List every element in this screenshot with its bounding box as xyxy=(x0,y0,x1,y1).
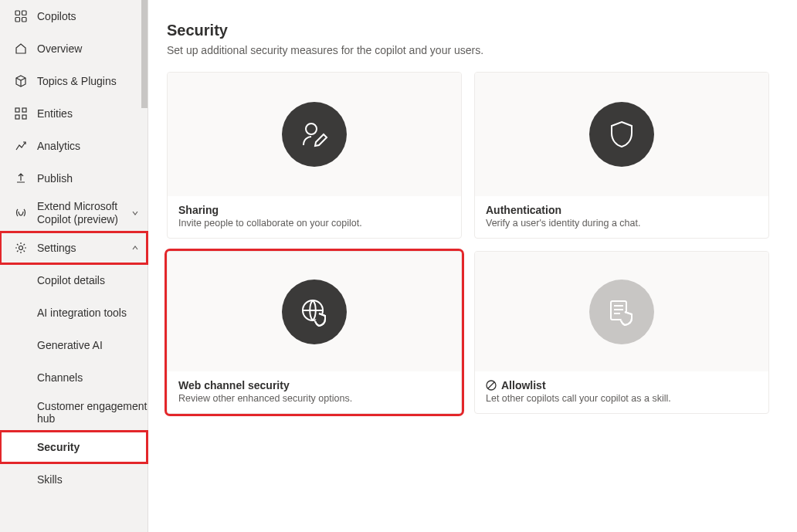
nav-extend-copilot[interactable]: Extend Microsoft Copilot (preview) xyxy=(0,195,148,232)
nav-settings-customer-hub[interactable]: Customer engagement hub xyxy=(0,394,148,431)
home-icon xyxy=(14,42,28,56)
card-title-text: Allowlist xyxy=(501,379,546,391)
svg-rect-4 xyxy=(15,108,19,112)
nav-settings-ai-integration[interactable]: AI integration tools xyxy=(0,296,148,329)
page-title: Security xyxy=(167,22,778,39)
nav-sub-label: AI integration tools xyxy=(37,307,127,319)
card-body: Allowlist Let other copilots call your c… xyxy=(475,371,768,413)
entities-icon xyxy=(14,107,28,120)
globe-shield-icon xyxy=(282,280,347,344)
nav-topics-plugins[interactable]: Topics & Plugins xyxy=(0,65,148,97)
nav-label: Settings xyxy=(37,242,121,255)
security-card-grid: Sharing Invite people to collaborate on … xyxy=(167,72,769,414)
card-desc: Invite people to collaborate on your cop… xyxy=(178,218,450,229)
grid-icon xyxy=(14,9,28,23)
nav-sub-label: Customer engagement hub xyxy=(37,400,148,425)
gear-icon xyxy=(14,241,28,255)
nav-label: Analytics xyxy=(37,140,140,153)
nav-sub-label: Security xyxy=(37,441,80,453)
card-illustration xyxy=(475,252,768,371)
chevron-down-icon xyxy=(131,208,140,218)
nav-label: Publish xyxy=(37,172,140,185)
nav-copilots[interactable]: Copilots xyxy=(0,0,148,32)
nav-entities[interactable]: Entities xyxy=(0,97,148,130)
nav-settings-copilot-details[interactable]: Copilot details xyxy=(0,264,148,296)
sidebar: Copilots Overview Topics & Plugins Entit… xyxy=(0,0,148,532)
publish-icon xyxy=(14,171,28,185)
card-illustration xyxy=(168,252,461,371)
card-title: Allowlist xyxy=(486,379,758,391)
card-allowlist[interactable]: Allowlist Let other copilots call your c… xyxy=(474,251,769,414)
card-body: Authentication Verify a user's identity … xyxy=(475,196,768,238)
blocked-icon xyxy=(486,380,497,391)
svg-rect-6 xyxy=(15,115,19,119)
shield-icon xyxy=(589,102,654,167)
svg-rect-5 xyxy=(22,108,26,112)
box-icon xyxy=(14,74,28,88)
nav-settings-channels[interactable]: Channels xyxy=(0,361,148,394)
svg-rect-1 xyxy=(22,11,27,15)
list-shield-icon xyxy=(589,280,654,344)
card-illustration xyxy=(475,73,768,196)
nav-sub-label: Generative AI xyxy=(37,339,103,351)
card-desc: Review other enhanced security options. xyxy=(178,393,450,404)
svg-point-9 xyxy=(306,124,317,134)
chart-icon xyxy=(14,139,28,153)
nav-label: Extend Microsoft Copilot (preview) xyxy=(37,200,121,226)
card-title: Sharing xyxy=(178,204,450,216)
card-body: Web channel security Review other enhanc… xyxy=(168,371,461,413)
nav-sub-label: Channels xyxy=(37,371,83,384)
nav-settings-generative-ai[interactable]: Generative AI xyxy=(0,329,148,361)
nav-overview[interactable]: Overview xyxy=(0,32,148,65)
nav-label: Topics & Plugins xyxy=(37,75,140,88)
nav-analytics[interactable]: Analytics xyxy=(0,130,148,162)
person-edit-icon xyxy=(282,102,347,167)
svg-rect-7 xyxy=(22,115,26,119)
nav-sub-label: Copilot details xyxy=(37,274,105,286)
card-web-channel-security[interactable]: Web channel security Review other enhanc… xyxy=(167,251,462,414)
nav-label: Overview xyxy=(37,42,140,56)
svg-rect-2 xyxy=(15,18,20,22)
card-authentication[interactable]: Authentication Verify a user's identity … xyxy=(474,72,769,239)
card-title: Authentication xyxy=(486,204,758,216)
svg-rect-0 xyxy=(15,11,20,15)
card-illustration xyxy=(168,73,461,196)
card-desc: Let other copilots call your copilot as … xyxy=(486,393,758,404)
nav-label: Entities xyxy=(37,107,140,120)
nav-settings-skills[interactable]: Skills xyxy=(0,463,148,496)
card-sharing[interactable]: Sharing Invite people to collaborate on … xyxy=(167,72,462,239)
main-content: Security Set up additional security meas… xyxy=(148,0,797,532)
card-body: Sharing Invite people to collaborate on … xyxy=(168,196,461,238)
nav-sub-label: Skills xyxy=(37,473,63,486)
nav-settings-security[interactable]: Security xyxy=(0,431,148,463)
nav-publish[interactable]: Publish xyxy=(0,162,148,195)
svg-point-8 xyxy=(19,246,23,250)
chevron-up-icon xyxy=(131,243,140,252)
svg-rect-3 xyxy=(22,18,27,22)
page-subtitle: Set up additional security measures for … xyxy=(167,44,778,56)
card-desc: Verify a user's identity during a chat. xyxy=(486,218,758,229)
nav-label: Copilots xyxy=(37,10,140,23)
card-title: Web channel security xyxy=(178,379,450,391)
copilot-icon xyxy=(14,206,28,220)
nav-settings[interactable]: Settings xyxy=(0,232,148,264)
